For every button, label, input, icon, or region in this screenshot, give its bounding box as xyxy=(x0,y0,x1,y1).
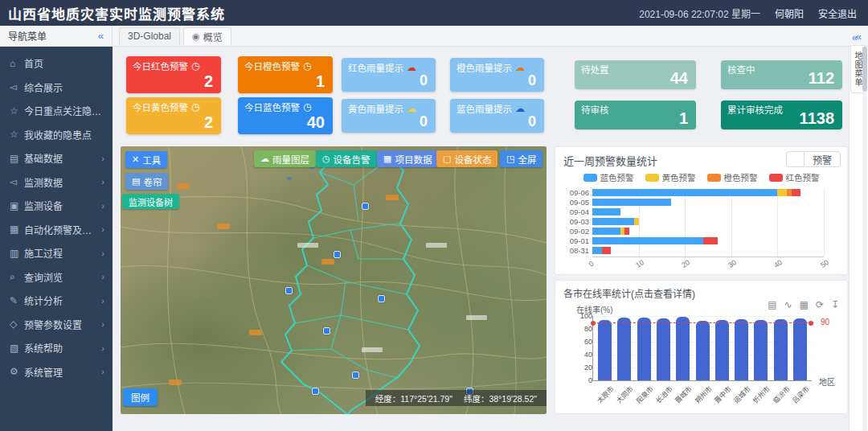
rain-card-label: 黄色雨量提示☁ xyxy=(348,102,429,115)
sidebar-item-综合展示[interactable]: ◅综合展示 xyxy=(0,76,113,100)
city-bar-大同市[interactable] xyxy=(617,318,631,380)
map-marker[interactable] xyxy=(352,371,359,379)
status-card[interactable]: 待处置44 xyxy=(575,60,696,89)
map-marker[interactable] xyxy=(285,287,293,294)
tab-overview[interactable]: ◉概览 xyxy=(183,27,231,45)
city-online-chart: 020406080100太原市大同市阳泉市长治市晋城市朔州市晋中市运城市忻州市临… xyxy=(592,316,812,381)
warning-filter-button[interactable]: 预警 xyxy=(804,151,841,167)
line-chart-icon[interactable]: ∿ xyxy=(784,300,792,310)
refresh-icon[interactable]: ⟳ xyxy=(816,300,824,310)
sidebar-item-首页[interactable]: ⌂首页 xyxy=(0,51,113,76)
map-marker[interactable] xyxy=(312,388,319,395)
map-button-tools[interactable]: ✕工具 xyxy=(125,151,167,168)
chart-legend: 蓝色预警黄色预警橙色预警红色预警 xyxy=(555,171,847,183)
legend-item-蓝色预警[interactable]: 蓝色预警 xyxy=(583,171,634,183)
rain-card[interactable]: 黄色雨量提示☁0 xyxy=(342,99,436,133)
warning-filter-blank-button[interactable] xyxy=(786,151,804,167)
sidebar-item-系统管理[interactable]: ⚙系统管理› xyxy=(0,360,113,384)
bar-segment-黄色预警[interactable] xyxy=(634,218,639,225)
city-bar-太原市[interactable] xyxy=(598,320,612,380)
bar-segment-蓝色预警[interactable] xyxy=(592,237,703,244)
sidebar-item-预警参数设置[interactable]: ◇预警参数设置› xyxy=(0,313,113,337)
tab-3d-global[interactable]: 3D-Global xyxy=(119,27,180,45)
bar-segment-红色预警[interactable] xyxy=(703,237,717,244)
map-marker[interactable] xyxy=(334,251,341,258)
bar-segment-红色预警[interactable] xyxy=(792,189,801,196)
logout-link[interactable]: 安全退出 xyxy=(818,6,857,20)
map-menu-collapse-icon[interactable]: « xyxy=(852,32,858,43)
bar-segment-蓝色预警[interactable] xyxy=(592,228,620,235)
username-text: 何朝阳 xyxy=(775,6,804,20)
legend-item-黄色预警[interactable]: 黄色预警 xyxy=(645,171,696,183)
sidebar-item-我收藏的隐患点[interactable]: ☆我收藏的隐患点 xyxy=(0,123,113,147)
city-bar-晋城市[interactable] xyxy=(676,317,690,380)
status-card[interactable]: 累计审核完成1138 xyxy=(721,101,842,129)
legend-item-橙色预警[interactable]: 橙色预警 xyxy=(707,171,758,183)
legend-item-红色预警[interactable]: 红色预警 xyxy=(769,171,820,183)
rain-card[interactable]: 红色雨量提示☁0 xyxy=(342,58,436,92)
city-bar-长治市[interactable] xyxy=(657,318,670,380)
map-button-rain-layer[interactable]: ☁雨量图层 xyxy=(254,150,316,167)
map-marker[interactable] xyxy=(362,203,369,210)
city-bar-忻州市[interactable] xyxy=(754,320,768,380)
map-button-label: 项目数据 xyxy=(395,153,432,166)
map-button-device-tree[interactable]: 监测设备树 xyxy=(122,194,179,209)
city-bar-阳泉市[interactable] xyxy=(637,318,651,380)
scrollbar-track[interactable] xyxy=(862,47,867,431)
bar-segment-蓝色预警[interactable] xyxy=(592,247,602,254)
sidebar-item-label: 监测数据 xyxy=(24,175,98,189)
city-bar-临汾市[interactable] xyxy=(774,319,788,380)
warning-card[interactable]: 今日红色预警◷2 xyxy=(126,56,221,93)
warning-card[interactable]: 今日黄色预警◷2 xyxy=(126,97,221,134)
map-legend-button[interactable]: 图例 xyxy=(123,388,158,406)
sidebar-item-统计分析[interactable]: ✎统计分析› xyxy=(0,289,113,313)
warning-card[interactable]: 今日橙色预警◷1 xyxy=(238,56,333,93)
sidebar-collapse-icon[interactable]: « xyxy=(98,30,104,42)
map-panel[interactable]: ✕工具▤卷帘监测设备树☁雨量图层◷设备告警▦项目数据▢设备状态◳全屏 图例 经度… xyxy=(121,146,547,414)
sidebar-item-查询浏览[interactable]: ⌕查询浏览› xyxy=(0,265,113,289)
star-icon: ☆ xyxy=(10,105,24,117)
bar-segment-红色预警[interactable] xyxy=(624,228,629,235)
map-button-project-data[interactable]: ▦项目数据 xyxy=(377,150,438,167)
sidebar-item-基础数据[interactable]: ▤基础数据› xyxy=(0,146,113,170)
city-bar-运城市[interactable] xyxy=(735,319,748,380)
status-card[interactable]: 待审核1 xyxy=(575,101,696,129)
map-button-device-alarm[interactable]: ◷设备告警 xyxy=(316,150,377,167)
map-button-curtain[interactable]: ▤卷帘 xyxy=(125,173,168,190)
map-marker[interactable] xyxy=(323,327,330,335)
city-bar-晋中市[interactable] xyxy=(715,320,729,380)
bar-chart-icon[interactable]: ▦ xyxy=(800,300,809,310)
rain-card[interactable]: 橙色雨量提示☁0 xyxy=(450,58,544,92)
sidebar-item-施工过程[interactable]: ▥施工过程› xyxy=(0,241,113,265)
bar-segment-蓝色预警[interactable] xyxy=(592,208,620,216)
data-view-icon[interactable]: ▤ xyxy=(768,300,776,310)
x-category-label: 长治市 xyxy=(653,384,674,405)
warning-card-value: 40 xyxy=(307,113,325,132)
rain-card[interactable]: 蓝色雨量提示☁0 xyxy=(450,99,544,133)
x-category-label: 忻州市 xyxy=(751,384,772,405)
status-card[interactable]: 核查中112 xyxy=(721,60,842,89)
scrollbar-thumb[interactable] xyxy=(862,47,867,92)
city-bar-吕梁市[interactable] xyxy=(793,318,807,380)
map-button-fullscreen[interactable]: ◳全屏 xyxy=(500,150,542,167)
bar-segment-蓝色预警[interactable] xyxy=(592,218,634,225)
legend-label: 蓝色预警 xyxy=(600,171,634,183)
bar-segment-红色预警[interactable] xyxy=(602,247,612,254)
map-marker[interactable] xyxy=(378,295,385,302)
sidebar-item-系统帮助[interactable]: ▧系统帮助› xyxy=(0,336,113,360)
bar-chart-icon: ▦ xyxy=(383,154,391,164)
bar-segment-蓝色预警[interactable] xyxy=(592,199,671,206)
download-icon[interactable]: ↧ xyxy=(831,300,839,310)
bar-segment-蓝色预警[interactable] xyxy=(592,189,777,196)
city-bar-朔州市[interactable] xyxy=(696,321,710,380)
sidebar-item-监测数据[interactable]: ◅监测数据› xyxy=(0,170,113,195)
bar-segment-黄色预警[interactable] xyxy=(777,189,787,196)
x-category-label: 太原市 xyxy=(594,384,616,405)
grid-line xyxy=(824,189,825,257)
sidebar-item-监测设备[interactable]: ▣监测设备› xyxy=(0,194,113,218)
sidebar-item-自动化预警及处置[interactable]: ▦自动化预警及处置› xyxy=(0,218,113,242)
sidebar-item-今日重点关注隐患点[interactable]: ☆今日重点关注隐患点 xyxy=(0,99,113,123)
city-online-title[interactable]: 各市在线率统计(点击查看详情) xyxy=(563,286,695,300)
warning-card[interactable]: 今日蓝色预警◷40 xyxy=(238,97,333,134)
map-button-device-status[interactable]: ▢设备状态 xyxy=(436,150,497,167)
